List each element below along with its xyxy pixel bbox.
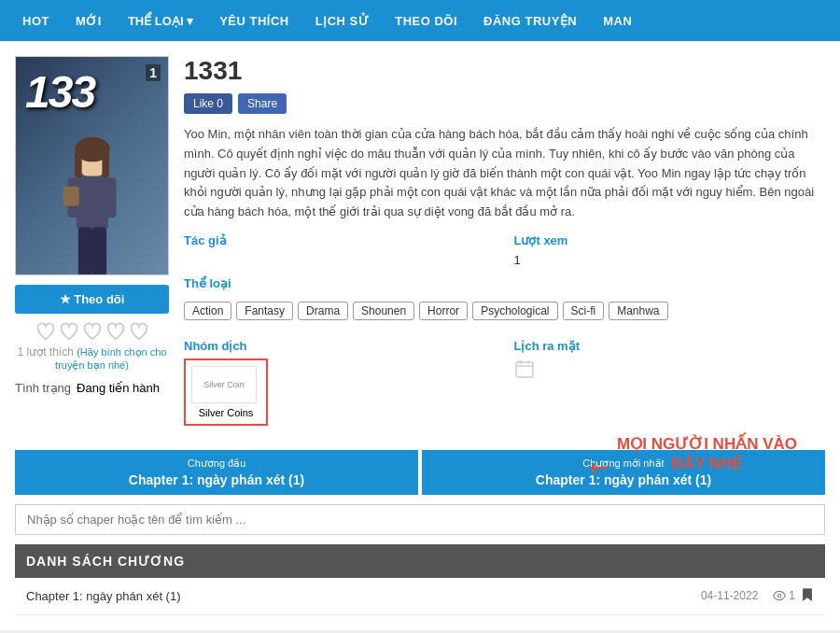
nhom-dich-logo: Silver Coin <box>191 366 257 403</box>
chapter-views: 1 <box>773 589 795 602</box>
info-row-1: Tác giả Lượt xem 1 <box>184 233 825 267</box>
nhom-dich-box[interactable]: Silver Coin Silver Coins <box>184 359 268 426</box>
genre-action[interactable]: Action <box>184 302 231 320</box>
nav-man[interactable]: MAN <box>590 14 645 28</box>
genre-manhwa[interactable]: Manhwa <box>609 302 667 320</box>
the-loai-label: Thể loại <box>184 276 825 290</box>
genre-psychological[interactable]: Psychological <box>472 302 557 320</box>
svg-rect-9 <box>102 150 109 176</box>
lich-ra-mat-value <box>514 359 826 382</box>
svg-rect-8 <box>75 150 82 176</box>
nhom-dich-name: Silver Coins <box>199 407 254 418</box>
luot-xem-value: 1 <box>514 253 826 267</box>
cover-number: 1 <box>146 64 161 81</box>
annotation-text: MỌI NGƯỜI NHẤN VÀO ĐÂY NHÉ <box>617 434 797 474</box>
chapter-name[interactable]: Chapter 1: ngày phán xét (1) <box>26 589 701 603</box>
svg-rect-11 <box>516 362 533 377</box>
chapter-date: 04-11-2022 <box>701 589 758 602</box>
genre-fantasy[interactable]: Fantasy <box>236 302 293 320</box>
svg-rect-1 <box>77 176 108 229</box>
follow-button[interactable]: ★ Theo dõi <box>15 285 169 314</box>
manga-title: 1331 <box>184 56 825 86</box>
chevron-down-icon: ▾ <box>187 14 193 28</box>
manga-cover-image: 133 1 <box>15 56 169 275</box>
svg-rect-4 <box>78 227 92 274</box>
tinh-trang-value: Đang tiến hành <box>77 381 160 395</box>
the-loai-row: Thể loại Action Fantasy Drama Shounen Ho… <box>184 276 825 330</box>
genre-drama[interactable]: Drama <box>298 302 348 320</box>
bookmark-icon[interactable] <box>801 587 814 605</box>
nav-moi[interactable]: MỚI <box>63 14 115 28</box>
heart-2[interactable] <box>59 321 79 342</box>
heart-1[interactable] <box>35 321 56 342</box>
nav-the-loai-dropdown[interactable]: THỂ LOẠI ▾ <box>115 14 206 28</box>
annotation-wrap: Chương đầu Chapter 1: ngày phán xét (1) … <box>15 450 825 495</box>
fb-buttons: Like 0 Share <box>184 93 825 114</box>
nhom-dich-col: Nhóm dịch Silver Coin Silver Coins <box>184 339 496 426</box>
rating-hearts <box>15 321 169 342</box>
lich-ra-mat-col: Lịch ra mặt <box>514 339 826 426</box>
nav-theo-doi[interactable]: THEO DÕI <box>382 14 470 28</box>
heart-5[interactable] <box>129 321 149 342</box>
lich-ra-mat-label: Lịch ra mặt <box>514 339 826 353</box>
nhom-dich-row: Nhóm dịch Silver Coin Silver Coins Lịch … <box>184 339 825 426</box>
eye-icon <box>773 589 786 602</box>
svg-rect-3 <box>105 177 116 218</box>
genre-shounen[interactable]: Shounen <box>353 302 414 320</box>
nav-hot[interactable]: HOT <box>9 14 63 28</box>
nhom-dich-label: Nhóm dịch <box>184 339 496 353</box>
manga-description: Yoo Min, một nhân viên toàn thời gian củ… <box>184 125 825 222</box>
heart-3[interactable] <box>82 321 103 342</box>
manga-detail: 133 1 <box>15 56 825 435</box>
table-row: Chapter 1: ngày phán xét (1) 04-11-2022 … <box>15 578 825 615</box>
likes-text: 1 lượt thích (Hãy bình chọn cho truyện b… <box>15 345 169 372</box>
main-nav: HOT MỚI THỂ LOẠI ▾ YÊU THÍCH LỊCH SỬ THE… <box>0 0 840 41</box>
chapter-list-header: DANH SÁCH CHƯƠNG <box>15 544 825 578</box>
chapter-meta: 04-11-2022 1 <box>701 587 814 605</box>
luot-xem-label: Lượt xem <box>514 233 826 247</box>
tinh-trang-label: Tình trạng <box>15 381 71 395</box>
cover-title-text: 133 <box>25 66 94 118</box>
genre-horror[interactable]: Horror <box>419 302 468 320</box>
manga-cover-section: 133 1 <box>15 56 169 435</box>
genres-list: Action Fantasy Drama Shounen Horror Psyc… <box>184 302 825 320</box>
nav-yeu-thich[interactable]: YÊU THÍCH <box>206 14 302 28</box>
search-chapter-input[interactable] <box>15 504 825 535</box>
first-chapter-button[interactable]: Chương đầu Chapter 1: ngày phán xét (1) <box>15 450 418 495</box>
tinh-trang: Tình trạng Đang tiến hành <box>15 381 169 395</box>
chapter-list: DANH SÁCH CHƯƠNG Chapter 1: ngày phán xé… <box>15 544 825 615</box>
svg-rect-10 <box>63 186 79 205</box>
nhom-dich-logo-text: Silver Coin <box>203 380 245 389</box>
cover-character <box>16 134 168 274</box>
tac-gia-col: Tác giả <box>184 233 496 267</box>
heart-4[interactable] <box>105 321 126 342</box>
nav-dang-truyen[interactable]: ĐĂNG TRUYỆN <box>470 14 590 28</box>
calendar-icon <box>514 359 535 379</box>
fb-share-button[interactable]: Share <box>238 93 287 114</box>
fb-like-button[interactable]: Like 0 <box>184 93 232 114</box>
luot-xem-col: Lượt xem 1 <box>514 233 826 267</box>
manga-info: 1331 Like 0 Share Yoo Min, một nhân viên… <box>184 56 825 435</box>
tac-gia-label: Tác giả <box>184 233 496 247</box>
bookmark-svg <box>801 587 814 602</box>
nav-lich-su[interactable]: LỊCH SỬ <box>302 14 383 28</box>
svg-point-15 <box>778 595 782 598</box>
genre-scifi[interactable]: Sci-fi <box>563 302 605 320</box>
svg-rect-5 <box>92 227 106 274</box>
